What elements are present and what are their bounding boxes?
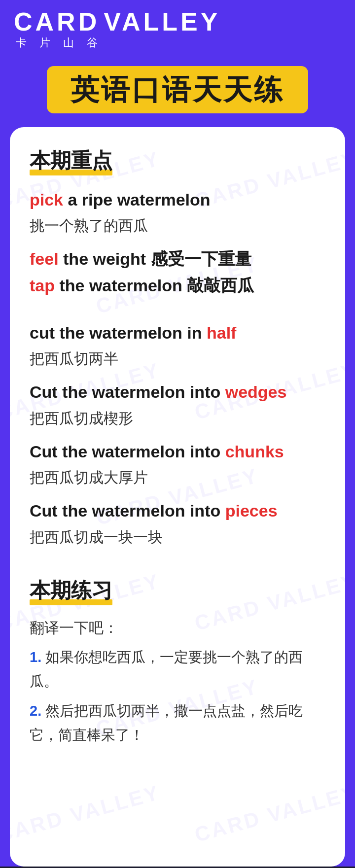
exercise-item-1: 1. 如果你想吃西瓜，一定要挑一个熟了的西瓜。 (30, 645, 325, 694)
exercise-intro: 翻译一下吧： (30, 618, 325, 638)
line-cut-pieces-cn: 把西瓜切成一块一块 (30, 526, 325, 548)
word-chunks: chunks (225, 442, 284, 461)
cut-pieces-prefix: Cut the watermelon into (30, 501, 225, 520)
line-cut-chunks-cn: 把西瓜切成大厚片 (30, 466, 325, 488)
line-pick-en: pick a ripe watermelon (30, 188, 325, 212)
tap-rest: the watermelon (59, 276, 187, 295)
header: CARD VALLEY 卡 片 山 谷 (0, 0, 355, 56)
exercise-text-2: 然后把西瓜切两半，撒一点点盐，然后吃它，简直棒呆了！ (30, 703, 303, 743)
line-cut-chunks-en: Cut the watermelon into chunks (30, 440, 325, 464)
tap-cn-inline: 敲敲西瓜 (187, 276, 254, 295)
cut-wedges-prefix: Cut the watermelon into (30, 382, 225, 401)
section3-title: 本期练习 (30, 579, 112, 602)
exercise-text-1: 如果你想吃西瓜，一定要挑一个熟了的西瓜。 (30, 649, 303, 689)
logo-valley: VALLEY (104, 9, 220, 35)
exercise-item-2: 2. 然后把西瓜切两半，撒一点点盐，然后吃它，简直棒呆了！ (30, 699, 325, 748)
line-pick-cn: 挑一个熟了的西瓜 (30, 214, 325, 237)
section1-header: 本期重点 (30, 147, 325, 174)
line-feel-en: feel the weight 感受一下重量 (30, 247, 325, 271)
pick-rest: a ripe watermelon (68, 190, 211, 209)
word-half: half (207, 323, 236, 342)
main-card: CARD VALLEY CARD VALLEY CARD VALLEY CARD… (10, 127, 345, 867)
line-cut-wedges-en: Cut the watermelon into wedges (30, 381, 325, 404)
word-pieces: pieces (225, 501, 278, 520)
cut-half-prefix: cut the watermelon in (30, 323, 207, 342)
cut-chunks-prefix: Cut the watermelon into (30, 442, 225, 461)
line-cut-pieces-en: Cut the watermelon into pieces (30, 499, 325, 523)
feel-rest: the weight (63, 249, 151, 268)
word-feel: feel (30, 249, 59, 268)
exercise-num-2: 2. (30, 703, 41, 719)
card-content: 本期重点 pick a ripe watermelon 挑一个熟了的西瓜 fee… (30, 147, 325, 747)
title-banner: 英语口语天天练 (47, 66, 308, 113)
title-banner-text: 英语口语天天练 (71, 73, 284, 105)
line-cut-half-cn: 把西瓜切两半 (30, 347, 325, 370)
logo-card: CARD (14, 9, 100, 35)
line-tap-en: tap the watermelon 敲敲西瓜 (30, 274, 325, 298)
feel-cn-inline: 感受一下重量 (151, 249, 251, 268)
word-pick: pick (30, 190, 63, 209)
title-banner-wrap: 英语口语天天练 (0, 56, 355, 113)
word-tap: tap (30, 276, 55, 295)
logo-chinese: 卡 片 山 谷 (16, 35, 103, 50)
exercise-num-1: 1. (30, 649, 41, 665)
line-cut-half-en: cut the watermelon in half (30, 321, 325, 345)
word-wedges: wedges (225, 382, 287, 401)
line-cut-wedges-cn: 把西瓜切成楔形 (30, 407, 325, 429)
section3-header: 本期练习 (30, 577, 325, 604)
section1-title: 本期重点 (30, 149, 112, 172)
